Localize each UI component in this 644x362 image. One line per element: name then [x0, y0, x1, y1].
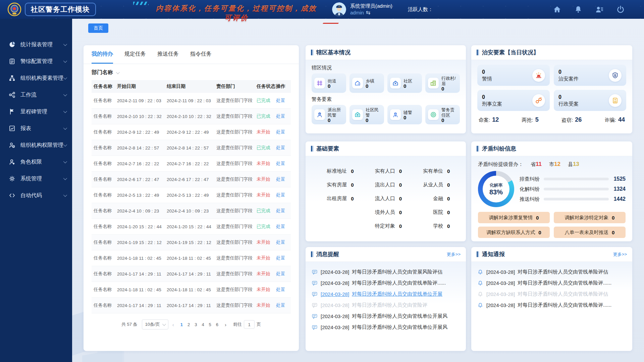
sidebar-item-milestone[interactable]: 里程碑管理	[0, 103, 72, 120]
chevron-down-icon	[63, 126, 67, 130]
stat-fraud: 诈骗:44	[605, 116, 625, 123]
dispute-stat-button[interactable]: 调解对象涉特定对象 0	[554, 212, 626, 223]
tab-pushed-tasks[interactable]: 推送任务	[157, 51, 179, 64]
element-value: 0	[447, 223, 452, 229]
sidebar-item-org-elements[interactable]: 组织机构要素管理	[0, 70, 72, 86]
notice-item[interactable]: [2024-03-28] 对每日涉矛盾纠纷人员交由管线单险评......	[477, 278, 626, 289]
home-icon[interactable]	[553, 5, 561, 13]
stat-tile-street: 街道0	[312, 73, 346, 93]
dispose-link[interactable]: 处置	[276, 98, 291, 104]
next-page-button[interactable]: ›	[223, 322, 228, 327]
message-item[interactable]: [2024-03-28] 对每日涉矛盾纠纷人员交由管线单险评......	[312, 278, 460, 289]
dispose-link[interactable]: 处置	[276, 208, 291, 214]
element-value: 0	[447, 196, 452, 201]
page-number[interactable]: 4	[199, 321, 206, 328]
sidebar-item-report[interactable]: 报表	[0, 120, 72, 137]
dispose-link[interactable]: 处置	[276, 224, 291, 230]
dispute-stat-button[interactable]: 调解双方缺联系人方式 0	[478, 227, 550, 238]
dispute-stat-button[interactable]: 八单一表未及时推送 0	[554, 227, 626, 238]
dispose-link[interactable]: 处置	[276, 255, 291, 261]
sidebar-item-police-config[interactable]: 警综配置管理	[0, 53, 72, 70]
goto-page-input[interactable]	[244, 320, 255, 329]
bar-label: 化解纠纷	[520, 186, 544, 192]
notice-item[interactable]: [2024-03-28] 对每日涉矛盾纠纷人员交由管线单险评估	[477, 289, 626, 300]
end-date-cell: 2024-2-10 10 : 22 : 32	[167, 114, 216, 119]
sidebar-item-workflow[interactable]: 工作流	[0, 86, 72, 103]
page-number[interactable]: 2	[185, 321, 192, 328]
dispose-link[interactable]: 处置	[276, 145, 291, 151]
dispute-bar: 推送纠纷 1442	[520, 194, 626, 204]
dispose-link[interactable]: 处置	[276, 129, 291, 135]
department-cell: 这是责任部门字段	[216, 161, 257, 167]
more-messages-link[interactable]: 更多>>	[447, 251, 461, 257]
stat-tile-alerts: 0警情	[477, 65, 550, 86]
users-icon[interactable]	[595, 5, 603, 13]
title-marker	[477, 251, 479, 257]
prev-page-button[interactable]: ‹	[171, 322, 176, 327]
sidebar-item-autocode[interactable]: 自动代码	[0, 187, 72, 204]
table-row: 任务名称 2024-2-5 13 : 22 : 49 2024-2-5 13 :…	[92, 187, 291, 203]
stat-tile-criminal-cases: 0刑事立案	[477, 90, 550, 111]
supervision-line: 矛盾纠纷提级督办： 省11 市12 县13	[478, 161, 626, 168]
message-text: 对每日涉矛盾纠纷人员交由管线单位开展风	[352, 324, 447, 330]
stat-robbery: 两抢:5	[522, 116, 539, 123]
tab-regulated-tasks[interactable]: 规定任务	[124, 51, 146, 64]
tab-directive-tasks[interactable]: 指令任务	[190, 51, 212, 64]
bell-icon	[477, 269, 483, 275]
message-item[interactable]: [2024-03-28] 对每日涉矛盾纠纷人员交由管线单位开展	[312, 289, 460, 300]
report-icon	[9, 125, 15, 132]
department-filter[interactable]: 部门名称	[84, 64, 299, 79]
message-date: [2024-03-28]	[321, 324, 349, 330]
message-item[interactable]: [2024-03-28] 对每日涉矛盾纠纷人员交由管线单位开展风	[312, 311, 460, 322]
active-users-label: 活跃人数：	[408, 6, 433, 13]
dispose-link[interactable]: 处置	[276, 113, 291, 119]
notice-item[interactable]: [2024-03-28] 对每日涉矛盾纠纷人员交由管线单险评......	[477, 300, 626, 311]
sidebar-item-statistics[interactable]: 统计报表管理	[0, 36, 72, 53]
tile-value: 0	[404, 115, 406, 120]
task-name-cell: 任务名称	[92, 145, 117, 151]
total-count: 共 57 条	[121, 321, 138, 327]
message-item[interactable]: [2024-03-28] 对每日涉矛盾纠纷人员交由管展风险评估	[312, 266, 460, 278]
notice-item[interactable]: [2024-03-28] 对每日涉矛盾纠纷人员交由管线单险评估	[477, 266, 626, 278]
department-cell: 这是责任部门字段	[216, 129, 257, 135]
tab-home[interactable]: 首页	[88, 23, 108, 33]
dispose-link[interactable]: 处置	[276, 176, 291, 182]
page-number[interactable]: 5	[207, 321, 214, 328]
page-number[interactable]: 1	[178, 321, 185, 328]
department-cell: 这是责任部门字段	[216, 98, 257, 104]
switch-user-icon[interactable]: ⇆	[366, 10, 370, 15]
message-item[interactable]: [2024-03-28] 对每日涉矛盾纠纷人员交由管险评	[312, 300, 460, 311]
dispute-stat-button[interactable]: 调解对象涉重复警情 0	[478, 212, 550, 223]
message-item[interactable]: [2024-03-28] 对每日涉矛盾纠纷人员交由管线单位开展风	[312, 322, 460, 333]
page-number[interactable]: 3	[192, 321, 199, 328]
sidebar-item-system[interactable]: 系统管理	[0, 170, 72, 187]
dispose-link[interactable]: 处置	[276, 287, 291, 293]
dispose-link[interactable]: 处置	[276, 239, 291, 245]
element-value: 0	[447, 168, 452, 174]
end-date-cell: 2024-2-7 16 : 22 : 22	[167, 161, 216, 166]
power-icon[interactable]	[616, 5, 625, 13]
sidebar-item-org-permission[interactable]: 组织机构权限管理	[0, 137, 72, 154]
stat-tile-station-police: 派出所民警0	[312, 105, 346, 124]
page-number[interactable]: 6	[214, 321, 221, 328]
sidebar-item-role-permission[interactable]: 角色权限	[0, 154, 72, 170]
more-notices-link[interactable]: 更多>>	[613, 251, 627, 257]
messages-panel: 消息提醒 更多>> [2024-03-28] 对每日涉矛盾纠纷人员交由管展风险评…	[306, 247, 466, 351]
tab-my-todo[interactable]: 我的待办	[92, 51, 113, 64]
username[interactable]: admin	[350, 10, 364, 15]
comment-icon	[312, 302, 318, 308]
status-badge: 未开始	[257, 161, 276, 167]
dispose-link[interactable]: 处置	[276, 302, 291, 308]
dispose-link[interactable]: 处置	[276, 161, 291, 167]
tile-label: 治安案件	[558, 76, 579, 81]
comment-icon	[312, 269, 318, 275]
sidebar-item-label: 里程碑管理	[20, 108, 47, 115]
avatar[interactable]	[332, 2, 346, 16]
dispose-link[interactable]: 处置	[276, 192, 291, 198]
village-buildings-icon	[428, 78, 439, 88]
page-size-select[interactable]: 10条/页	[142, 319, 168, 329]
basic-element-row: 出租房屋0	[314, 192, 362, 205]
dispose-link[interactable]: 处置	[276, 271, 291, 277]
bell-icon[interactable]	[574, 5, 582, 13]
stat-theft: 盗窃:26	[561, 116, 582, 123]
